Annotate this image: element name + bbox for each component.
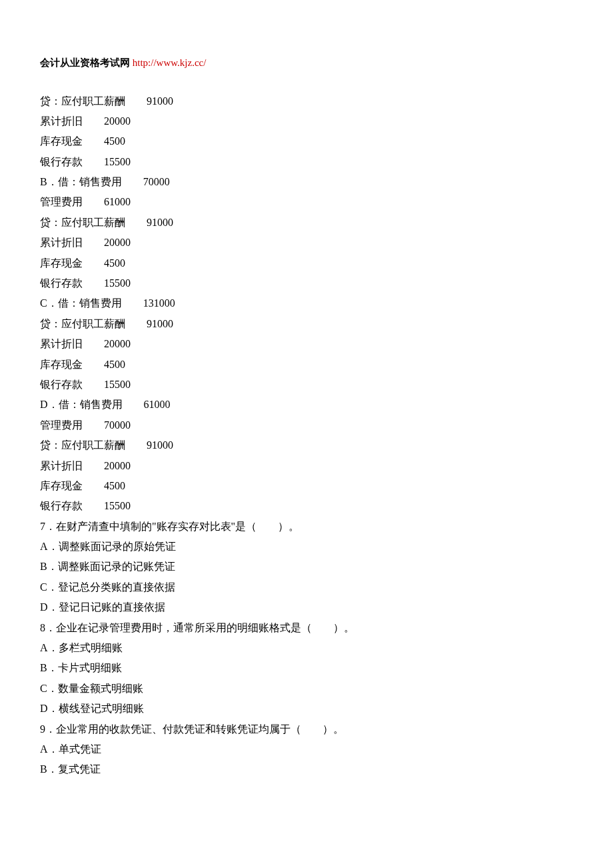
text-line: 库存现金 4500 bbox=[40, 355, 573, 375]
text-line: B．卡片式明细账 bbox=[40, 658, 573, 678]
document-content: 贷：应付职工薪酬 91000 累计折旧 20000 库存现金 4500 银行存款… bbox=[40, 91, 573, 780]
text-line: 银行存款 15500 bbox=[40, 496, 573, 516]
text-line: C．登记总分类账的直接依据 bbox=[40, 577, 573, 597]
text-line: 7．在财产清查中填制的"账存实存对比表"是（ ）。 bbox=[40, 517, 573, 537]
text-line: 贷：应付职工薪酬 91000 bbox=[40, 314, 573, 334]
text-line: B．复式凭证 bbox=[40, 759, 573, 779]
text-line: C．借：销售费用 131000 bbox=[40, 293, 573, 313]
text-line: 管理费用 70000 bbox=[40, 415, 573, 435]
text-line: 银行存款 15500 bbox=[40, 273, 573, 293]
text-line: B．借：销售费用 70000 bbox=[40, 172, 573, 192]
text-line: 银行存款 15500 bbox=[40, 375, 573, 395]
text-line: 库存现金 4500 bbox=[40, 253, 573, 273]
site-link[interactable]: http://www.kjz.cc/ bbox=[133, 57, 207, 68]
text-line: A．多栏式明细账 bbox=[40, 638, 573, 658]
text-line: 库存现金 4500 bbox=[40, 476, 573, 496]
text-line: 银行存款 15500 bbox=[40, 152, 573, 172]
text-line: C．数量金额式明细账 bbox=[40, 679, 573, 699]
text-line: 贷：应付职工薪酬 91000 bbox=[40, 213, 573, 233]
text-line: 8．企业在记录管理费用时，通常所采用的明细账格式是（ ）。 bbox=[40, 618, 573, 638]
text-line: B．调整账面记录的记账凭证 bbox=[40, 557, 573, 577]
page-header: 会计从业资格考试网 http://www.kjz.cc/ bbox=[40, 53, 573, 73]
text-line: D．借：销售费用 61000 bbox=[40, 395, 573, 415]
text-line: 贷：应付职工薪酬 91000 bbox=[40, 435, 573, 455]
text-line: D．横线登记式明细账 bbox=[40, 699, 573, 719]
text-line: 累计折旧 20000 bbox=[40, 334, 573, 354]
text-line: D．登记日记账的直接依据 bbox=[40, 597, 573, 617]
text-line: 累计折旧 20000 bbox=[40, 233, 573, 253]
text-line: A．单式凭证 bbox=[40, 739, 573, 759]
text-line: A．调整账面记录的原始凭证 bbox=[40, 537, 573, 557]
text-line: 累计折旧 20000 bbox=[40, 111, 573, 131]
text-line: 9．企业常用的收款凭证、付款凭证和转账凭证均属于（ ）。 bbox=[40, 719, 573, 739]
text-line: 管理费用 61000 bbox=[40, 192, 573, 212]
text-line: 贷：应付职工薪酬 91000 bbox=[40, 91, 573, 111]
site-title: 会计从业资格考试网 bbox=[40, 57, 130, 68]
text-line: 库存现金 4500 bbox=[40, 131, 573, 151]
text-line: 累计折旧 20000 bbox=[40, 456, 573, 476]
